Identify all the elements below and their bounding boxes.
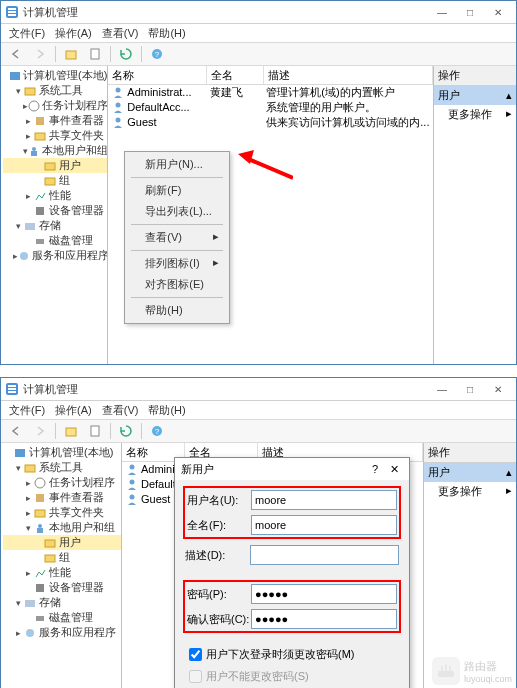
menu-view[interactable]: 查看(V) [98, 402, 143, 419]
confirm-password-field[interactable] [251, 609, 397, 629]
list-header: 名称 全名 描述 [108, 66, 433, 85]
cm-view[interactable]: 查看(V)▸ [127, 227, 227, 248]
close-button[interactable]: ✕ [484, 380, 512, 398]
menu-action[interactable]: 操作(A) [51, 402, 96, 419]
action-selected[interactable]: 用户▴ [434, 86, 516, 105]
up-button[interactable] [60, 44, 82, 64]
tree-groups[interactable]: 组 [3, 550, 121, 565]
context-menu: 新用户(N)... 刷新(F) 导出列表(L)... 查看(V)▸ 排列图标(I… [124, 151, 230, 324]
list-row[interactable]: Guest 供来宾访问计算机或访问域的内... [108, 115, 433, 130]
refresh-button[interactable] [115, 421, 137, 441]
svg-rect-35 [36, 494, 44, 502]
dialog-close-button[interactable]: ✕ [386, 463, 403, 476]
back-button[interactable] [5, 421, 27, 441]
cm-refresh[interactable]: 刷新(F) [127, 180, 227, 201]
tree-local-users[interactable]: ▾本地用户和组 [3, 520, 121, 535]
action-more[interactable]: 更多操作▸ [424, 482, 516, 501]
cm-new-user[interactable]: 新用户(N)... [127, 154, 227, 175]
titlebar[interactable]: 计算机管理 — □ ✕ [1, 1, 516, 24]
tree-device-manager[interactable]: 设备管理器 [3, 580, 121, 595]
dialog-help-button[interactable]: ? [364, 463, 386, 475]
menu-view[interactable]: 查看(V) [98, 25, 143, 42]
cm-export[interactable]: 导出列表(L)... [127, 201, 227, 222]
col-desc[interactable]: 描述 [264, 66, 433, 84]
tree-task-scheduler[interactable]: ▸任务计划程序 [3, 475, 121, 490]
tree-system-tools[interactable]: ▾系统工具 [3, 460, 121, 475]
tree-storage[interactable]: ▾存储 [3, 218, 107, 233]
maximize-button[interactable]: □ [456, 380, 484, 398]
list-row[interactable]: Administrat... 黄建飞 管理计算机(域)的内置帐户 [108, 85, 433, 100]
tree-root[interactable]: 计算机管理(本地) [3, 445, 121, 460]
tree-disk-management[interactable]: 磁盘管理 [3, 610, 121, 625]
cm-help[interactable]: 帮助(H) [127, 300, 227, 321]
password-field[interactable] [251, 584, 397, 604]
tree-performance[interactable]: ▸性能 [3, 188, 107, 203]
tree-local-users[interactable]: ▾本地用户和组 [3, 143, 107, 158]
router-icon [432, 657, 460, 685]
tree-system-tools[interactable]: ▾系统工具 [3, 83, 107, 98]
svg-rect-29 [91, 426, 99, 436]
minimize-button[interactable]: — [428, 3, 456, 21]
tree-shared-folders[interactable]: ▸共享文件夹 [3, 505, 121, 520]
tree-services[interactable]: ▸服务和应用程序 [3, 248, 107, 263]
col-name[interactable]: 名称 [108, 66, 207, 84]
tree-disk-management[interactable]: 磁盘管理 [3, 233, 107, 248]
password-label: 密码(P): [187, 587, 251, 602]
tree-services[interactable]: ▸服务和应用程序 [3, 625, 121, 640]
annotation-red-box-2: 密码(P): 确认密码(C): [183, 580, 401, 633]
menu-file[interactable]: 文件(F) [5, 25, 49, 42]
chk-must-change[interactable] [189, 648, 202, 661]
svg-rect-27 [8, 391, 16, 393]
minimize-button[interactable]: — [428, 380, 456, 398]
app-icon [5, 382, 19, 396]
refresh-button[interactable] [115, 44, 137, 64]
help-button[interactable]: ? [146, 44, 168, 64]
description-field[interactable] [250, 545, 399, 565]
maximize-button[interactable]: □ [456, 3, 484, 21]
close-button[interactable]: ✕ [484, 3, 512, 21]
action-more[interactable]: 更多操作▸ [434, 105, 516, 124]
user-icon [112, 116, 125, 129]
tree-performance[interactable]: ▸性能 [3, 565, 121, 580]
menu-help[interactable]: 帮助(H) [144, 25, 189, 42]
up-button[interactable] [60, 421, 82, 441]
svg-rect-19 [36, 239, 44, 244]
tree-device-manager[interactable]: 设备管理器 [3, 203, 107, 218]
back-button[interactable] [5, 44, 27, 64]
tree-root[interactable]: 计算机管理(本地) [3, 68, 107, 83]
list-row[interactable]: DefaultAcc... 系统管理的用户帐户。 [108, 100, 433, 115]
action-selected[interactable]: 用户▴ [424, 463, 516, 482]
username-field[interactable] [251, 490, 397, 510]
user-icon [112, 101, 125, 114]
help-button[interactable]: ? [146, 421, 168, 441]
svg-rect-11 [36, 117, 44, 125]
tree-event-viewer[interactable]: ▸事件查看器 [3, 113, 107, 128]
cm-align[interactable]: 对齐图标(E) [127, 274, 227, 295]
cm-arrange[interactable]: 排列图标(I)▸ [127, 253, 227, 274]
col-fullname[interactable]: 全名 [207, 66, 264, 84]
menu-action[interactable]: 操作(A) [51, 25, 96, 42]
menu-help[interactable]: 帮助(H) [144, 402, 189, 419]
tree-users[interactable]: 用户 [3, 535, 121, 550]
tree-storage[interactable]: ▾存储 [3, 595, 121, 610]
tree-users[interactable]: 用户 [3, 158, 107, 173]
properties-button[interactable] [84, 421, 106, 441]
watermark: 路由器 luyouqi.com [432, 657, 512, 685]
dialog-title: 新用户 [181, 462, 364, 477]
toolbar: ? [1, 42, 516, 66]
svg-point-44 [26, 629, 34, 637]
svg-rect-2 [8, 11, 16, 13]
titlebar[interactable]: 计算机管理 — □ ✕ [1, 378, 516, 401]
menu-file[interactable]: 文件(F) [5, 402, 49, 419]
svg-text:?: ? [155, 427, 160, 436]
properties-button[interactable] [84, 44, 106, 64]
dialog-titlebar[interactable]: 新用户 ? ✕ [175, 458, 409, 480]
forward-button[interactable] [29, 421, 51, 441]
tree-event-viewer[interactable]: ▸事件查看器 [3, 490, 121, 505]
tree-shared-folders[interactable]: ▸共享文件夹 [3, 128, 107, 143]
forward-button[interactable] [29, 44, 51, 64]
svg-rect-18 [25, 223, 35, 230]
tree-groups[interactable]: 组 [3, 173, 107, 188]
tree-task-scheduler[interactable]: ▸任务计划程序 [3, 98, 107, 113]
fullname-field[interactable] [251, 515, 397, 535]
